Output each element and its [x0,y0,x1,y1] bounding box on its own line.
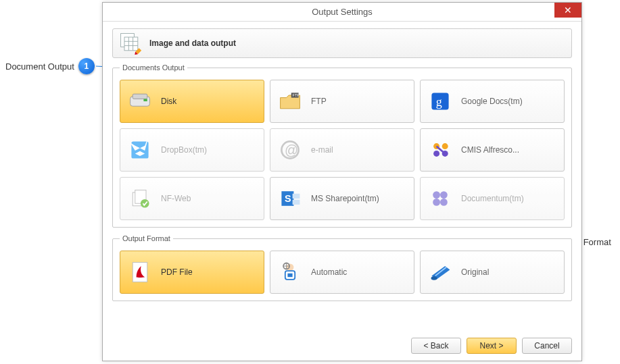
svg-point-28 [141,199,149,208]
scanner-icon [427,259,453,285]
callout-1-bubble: 1 [78,58,95,74]
tile-google-docs[interactable]: g Google Docs(tm) [420,80,565,123]
svg-point-23 [433,151,439,157]
close-button[interactable]: ✕ [554,3,581,18]
svg-point-35 [433,199,440,206]
callout-document-output: Document Output 1 [5,58,95,74]
next-button[interactable]: Next > [467,338,517,354]
window-title: Output Settings [312,7,373,17]
tile-label: PDF File [161,267,193,277]
tile-disk[interactable]: Disk [120,80,264,123]
svg-point-22 [442,143,448,149]
callout-1-label: Document Output [5,61,74,72]
spreadsheet-pencil-icon [118,31,143,55]
google-icon: g [427,88,453,114]
pdf-icon [127,259,153,285]
tile-label: NF-Web [161,194,191,203]
tile-dropbox[interactable]: DropBox(tm) [120,128,264,172]
tile-label: Disk [161,97,176,106]
svg-rect-32 [293,200,300,205]
header-title: Image and data output [149,38,236,48]
tile-automatic[interactable]: Automatic [270,251,414,294]
tile-ftp[interactable]: FTP FTP [270,80,414,123]
disk-icon [127,88,153,114]
svg-text:FTP: FTP [293,93,300,97]
tile-label: Original [461,267,489,277]
sharepoint-icon: S [277,186,303,211]
svg-point-36 [440,199,448,206]
svg-point-38 [287,263,294,271]
tile-label: FTP [311,97,327,106]
dropbox-icon [127,137,153,163]
tile-label: MS Sharepoint(tm) [311,194,379,203]
back-button[interactable]: < Back [411,338,461,354]
tile-cmis-alfresco[interactable]: CMIS Alfresco... [420,128,565,172]
svg-text:S: S [285,193,291,204]
tile-label: DropBox(tm) [161,145,207,155]
titlebar: Output Settings ✕ [103,3,581,22]
ftp-icon: FTP [277,88,303,114]
svg-rect-40 [287,274,292,277]
svg-text:@: @ [285,142,298,157]
output-format-legend: Output Format [120,234,173,242]
svg-rect-1 [124,37,138,51]
svg-rect-9 [133,94,147,99]
email-icon: @ [277,137,303,163]
tile-pdf[interactable]: PDF File [120,251,264,294]
tile-label: Documentum(tm) [461,194,524,203]
wizard-footer: < Back Next > Cancel [411,338,572,354]
tile-original[interactable]: Original [420,251,565,294]
nfweb-icon [127,186,153,211]
svg-text:g: g [436,95,442,109]
tile-label: Automatic [311,267,347,277]
output-format-group: Output Format PDF File [112,234,572,301]
tile-sharepoint[interactable]: S MS Sharepoint(tm) [270,177,414,220]
tile-email[interactable]: @ e-mail [270,128,414,172]
svg-point-44 [431,276,437,280]
output-settings-window: Output Settings ✕ Image and data output [102,2,582,361]
tile-label: CMIS Alfresco... [461,145,519,155]
tile-nf-web[interactable]: NF-Web [120,177,264,220]
cancel-button[interactable]: Cancel [522,338,572,354]
close-icon: ✕ [564,5,572,16]
tile-documentum[interactable]: Documentum(tm) [420,177,565,220]
documents-output-group: Documents Output Disk [112,63,572,228]
cmis-icon [427,137,453,163]
svg-point-34 [440,191,448,199]
tile-label: e-mail [311,145,333,155]
header-banner: Image and data output [112,28,572,58]
tile-label: Google Docs(tm) [461,97,523,106]
svg-rect-10 [143,99,147,101]
documentum-icon [427,186,453,211]
svg-rect-31 [293,194,300,199]
documents-output-legend: Documents Output [120,63,187,72]
svg-point-33 [433,191,440,199]
automatic-icon [277,259,303,285]
